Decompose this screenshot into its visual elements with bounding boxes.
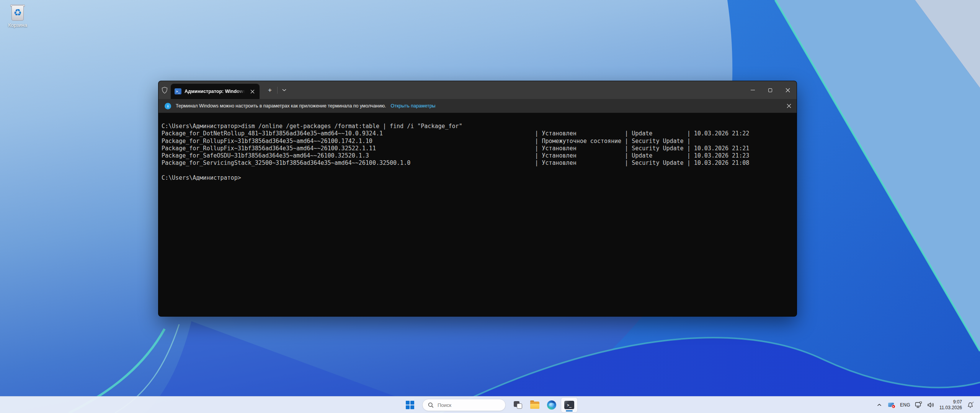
new-tab-button[interactable]: + (263, 81, 276, 99)
banner-text: Терминал Windows можно настроить в парам… (176, 103, 386, 109)
terminal-app-icon: >_ (564, 401, 574, 409)
taskbar: >_ ENG 9:07 11.03.2026 (0, 396, 980, 413)
task-view-button[interactable] (510, 397, 526, 413)
ethernet-icon (915, 402, 923, 408)
volume-button[interactable] (926, 399, 936, 411)
open-settings-link[interactable]: Открыть параметры (391, 103, 436, 109)
recycle-bin-label: Корзина (2, 22, 33, 28)
desktop: ♻ Корзина >_ Администратор: Windows Po + (0, 0, 980, 413)
terminal-taskbar-button[interactable]: >_ (561, 397, 578, 413)
recycle-bin-icon: ♻ (9, 4, 26, 21)
package-row: Package_for_ServicingStack_32500~31bf385… (162, 159, 794, 167)
tray-app-icon (888, 402, 895, 408)
terminal-tab[interactable]: >_ Администратор: Windows Po (171, 84, 260, 99)
powershell-icon: >_ (175, 88, 181, 94)
maximize-button[interactable] (761, 81, 779, 99)
banner-close-icon[interactable] (787, 104, 791, 108)
tab-title: Администратор: Windows Po (185, 89, 245, 94)
package-row: Package_for_SafeOSDU~31bf3856ad364e35~am… (162, 152, 794, 159)
tab-close-icon[interactable] (248, 87, 256, 96)
blank-line (162, 167, 794, 174)
tabbar-separator (277, 87, 278, 94)
tray-app-button[interactable] (887, 399, 897, 411)
file-explorer-icon (530, 402, 539, 409)
file-explorer-button[interactable] (527, 397, 542, 413)
notification-center-button[interactable]: zz (965, 399, 975, 411)
terminal-output[interactable]: C:\Users\Администратор>dism /online /get… (158, 113, 797, 182)
info-icon: i (165, 103, 171, 109)
tab-dropdown-button[interactable] (278, 81, 290, 99)
start-button[interactable] (402, 397, 418, 413)
package-row: Package_for_DotNetRollup_481~31bf3856ad3… (162, 130, 794, 137)
show-hidden-icons-button[interactable] (874, 399, 884, 411)
taskbar-search[interactable] (422, 399, 506, 411)
minimize-button[interactable] (744, 81, 761, 99)
search-input[interactable] (438, 402, 495, 408)
minimize-icon (751, 90, 755, 90)
tray-date: 11.03.2026 (939, 405, 962, 411)
bell-dnd-icon: zz (967, 402, 974, 408)
close-icon (786, 88, 790, 93)
edge-button[interactable] (544, 397, 559, 413)
package-row: Package_for_RollupFix~31bf3856ad364e35~a… (162, 138, 794, 145)
recycle-bin[interactable]: ♻ Корзина (2, 4, 33, 28)
windows-logo-icon (406, 401, 414, 409)
close-button[interactable] (779, 81, 797, 99)
search-icon (428, 402, 434, 408)
terminal-command-line: C:\Users\Администратор>dism /online /get… (162, 123, 794, 130)
task-view-icon (514, 401, 522, 409)
maximize-icon (768, 88, 772, 92)
terminal-titlebar[interactable]: >_ Администратор: Windows Po + (158, 81, 797, 99)
edge-icon (547, 400, 556, 410)
recycle-arrows-icon: ♻ (9, 7, 26, 18)
speaker-icon (927, 402, 935, 408)
admin-shield-icon (158, 81, 171, 99)
chevron-up-icon (877, 403, 882, 406)
svg-text:z: z (973, 402, 974, 403)
clock[interactable]: 9:07 11.03.2026 (938, 399, 963, 411)
terminal-window: >_ Администратор: Windows Po + i (158, 81, 797, 317)
network-button[interactable] (914, 399, 924, 411)
language-indicator[interactable]: ENG (899, 399, 911, 411)
running-app-indicator (566, 410, 573, 411)
titlebar-drag-region[interactable] (290, 81, 744, 99)
tray-time: 9:07 (939, 399, 962, 405)
package-row: Package_for_RollupFix~31bf3856ad364e35~a… (162, 145, 794, 152)
terminal-prompt: C:\Users\Администратор> (162, 174, 794, 182)
default-terminal-banner: i Терминал Windows можно настроить в пар… (158, 99, 797, 113)
